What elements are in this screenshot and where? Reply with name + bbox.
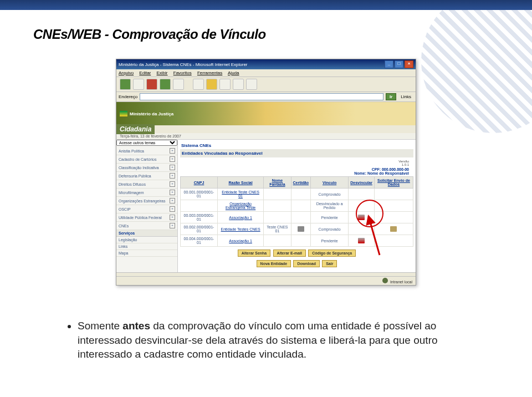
plus-icon[interactable]: + (170, 198, 175, 203)
col-razao[interactable]: Razão Social (217, 177, 263, 189)
menu-editar[interactable]: Editar (139, 70, 151, 75)
plus-icon[interactable]: + (170, 181, 175, 187)
history-icon[interactable] (219, 79, 231, 90)
table-cell: Comprovado (310, 189, 348, 200)
forward-icon[interactable] (133, 79, 144, 90)
plus-icon[interactable]: + (170, 215, 175, 220)
links-label: Links (398, 94, 413, 99)
btn-sair[interactable]: Sair (322, 260, 337, 267)
table-cell: Organização Estrangeira Teste (217, 200, 263, 212)
address-bar: Endereço Ir Links (116, 92, 416, 102)
col-cnpj[interactable]: CNPJ (181, 177, 218, 189)
unlink-icon[interactable] (358, 215, 365, 220)
plus-icon[interactable]: + (170, 223, 175, 228)
sidebar-item: Direitos Difusos+ (116, 180, 177, 189)
table-cell: Teste CNES 01 (264, 223, 291, 235)
table-row: Organização Estrangeira TesteDesvinculad… (181, 200, 413, 212)
sidebar-item: OSCIP+ (116, 205, 177, 213)
plus-icon[interactable]: + (170, 148, 175, 154)
plus-icon[interactable]: + (170, 173, 175, 179)
intranet-icon (382, 278, 388, 283)
address-input[interactable] (140, 93, 383, 100)
table-cell: Desvinculado a Pedido (310, 200, 348, 212)
status-bar: Intranet local (116, 276, 416, 285)
table-cell (291, 189, 310, 200)
razao-link[interactable]: Entidade Teste CNES 01 (222, 190, 259, 198)
plus-icon[interactable]: + (170, 165, 175, 170)
col-certidao[interactable]: Certidão (291, 177, 310, 189)
theme-select[interactable]: Acesse outros temas (116, 140, 177, 146)
menu-favoritos[interactable]: Favoritos (173, 70, 192, 75)
menu-exibir[interactable]: Exibir (157, 70, 168, 75)
maximize-icon[interactable]: □ (395, 60, 403, 68)
sidebar-item: Cadastro de Cartórios+ (116, 155, 177, 164)
col-desvincular[interactable]: Desvincular (349, 177, 375, 189)
back-icon[interactable] (120, 79, 131, 90)
home-icon[interactable] (173, 79, 184, 90)
razao-link[interactable]: Organização Estrangeira Teste (226, 202, 255, 210)
window-titlebar: Ministério da Justiça - Sistema CNEs - M… (116, 59, 416, 69)
sidebar-item: Classificação Indicativa+ (116, 164, 177, 172)
table-cell (374, 223, 413, 235)
sidebar-item: Organizações Estrangeiras+ (116, 197, 177, 205)
btn-nova-entidade[interactable]: Nova Entidade (257, 260, 291, 267)
razao-link[interactable]: Associação 1 (229, 216, 252, 220)
favorites-icon[interactable] (206, 79, 217, 90)
table-cell: Pendente (310, 235, 348, 247)
table-cell: 00.002.000/0001-01 (181, 223, 218, 235)
print-icon[interactable] (298, 226, 304, 232)
razao-link[interactable]: Entidade Testes CNES (221, 227, 260, 231)
action-buttons-row2: Nova Entidade Download Sair (180, 259, 413, 270)
browser-menubar[interactable]: Arquivo Editar Exibir Favoritos Ferramen… (116, 69, 416, 77)
razao-link[interactable]: Associação 1 (229, 239, 252, 243)
banner-ministry: Ministério da Justiça (130, 111, 173, 116)
table-cell (291, 212, 310, 223)
menu-ferramentas[interactable]: Ferramentas (197, 70, 222, 75)
table-cell (264, 235, 291, 247)
sidebar-services-header: Serviços (116, 230, 177, 237)
browser-window: Ministério da Justiça - Sistema CNEs - M… (116, 59, 416, 286)
btn-alterar-email[interactable]: Alterar E-mail (273, 250, 306, 257)
mail-icon[interactable] (233, 79, 244, 90)
btn-alterar-senha[interactable]: Alterar Senha (238, 250, 271, 257)
col-vinculo[interactable]: Vínculo (310, 177, 348, 189)
action-buttons-row1: Alterar Senha Alterar E-mail Código de S… (180, 247, 413, 259)
sidebar-item: Anistia Política+ (116, 147, 177, 155)
stop-icon[interactable] (146, 79, 157, 90)
table-cell (349, 235, 375, 247)
minimize-icon[interactable]: _ (385, 60, 393, 68)
sidebar-item: Microfilmagem+ (116, 189, 177, 197)
table-cell: Comprovado (310, 223, 348, 235)
refresh-icon[interactable] (160, 79, 171, 90)
main-panel: Sistema CNEs Entidades Vinculadas ao Res… (178, 140, 416, 272)
sidebar-item: Legislação (116, 237, 177, 243)
user-info: CPF: 000.000.000-00 Nome: Nome do Respon… (180, 166, 413, 176)
print-icon[interactable] (246, 79, 257, 90)
close-icon[interactable]: × (405, 60, 413, 68)
envelope-icon[interactable] (390, 226, 397, 232)
menu-ajuda[interactable]: Ajuda (228, 70, 239, 75)
table-cell: 00.003.000/0001-01 (181, 212, 218, 223)
plus-icon[interactable]: + (170, 206, 175, 212)
window-controls: _ □ × (385, 60, 413, 68)
table-cell: Associação 1 (217, 212, 263, 223)
col-fantasia[interactable]: Nome Fantasia (264, 177, 291, 189)
table-row: 00.004.000/0001-01Associação 1Pendente (181, 235, 413, 247)
menu-arquivo[interactable]: Arquivo (119, 70, 134, 75)
plus-icon[interactable]: + (170, 190, 175, 195)
btn-download[interactable]: Download (293, 260, 319, 267)
col-solicitar[interactable]: Solicitar Envio de Dados (374, 177, 413, 189)
window-title: Ministério da Justiça - Sistema CNEs - M… (119, 62, 248, 67)
unlink-icon[interactable] (358, 238, 365, 243)
slide-topbar (0, 0, 532, 10)
plus-icon[interactable]: + (170, 156, 175, 162)
table-cell (264, 189, 291, 200)
go-button[interactable]: Ir (386, 93, 396, 100)
table-cell (291, 223, 310, 235)
table-cell (291, 200, 310, 212)
btn-codigo-seguranca[interactable]: Código de Segurança (308, 250, 356, 257)
table-cell: Entidade Teste CNES 01 (217, 189, 263, 200)
table-cell (291, 235, 310, 247)
search-icon[interactable] (193, 79, 204, 90)
address-label: Endereço (119, 94, 137, 99)
